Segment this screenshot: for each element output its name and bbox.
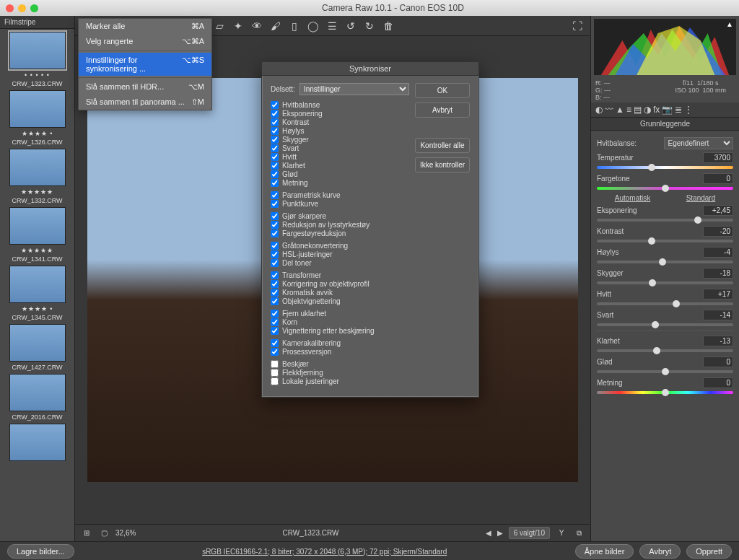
transform-icon[interactable]: ▱ [214, 20, 225, 32]
temp-slider[interactable] [597, 166, 733, 169]
sync-checkbox[interactable]: Hvitt [271, 153, 409, 161]
redeye-icon[interactable]: 👁 [251, 20, 263, 32]
slider-input[interactable] [703, 377, 733, 388]
sync-checkbox[interactable]: Gjør skarpere [271, 212, 409, 220]
tab-lens-icon[interactable]: ◑ [644, 105, 651, 115]
filter-icon[interactable]: Y [556, 529, 567, 537]
sync-checkbox[interactable]: Vignettering etter beskjæring [271, 327, 409, 335]
window-maximize[interactable] [30, 4, 38, 12]
filmstrip-thumbnail[interactable]: ★★★★★CRW_1341.CRW [3, 207, 71, 263]
open-images-button[interactable]: Åpne bilder [575, 544, 634, 559]
slider-kontrast[interactable] [597, 240, 733, 242]
workflow-link[interactable]: sRGB IEC61966-2.1; 8 biter; 3072 x 2048 … [202, 548, 447, 556]
filmstrip-thumbnail[interactable]: ★★★★★CRW_1332.CRW [3, 149, 71, 204]
zoom-level[interactable]: 32,6% [115, 529, 136, 537]
dialog-cancel-button[interactable]: Avbryt [415, 102, 470, 118]
sync-checkbox[interactable]: Kontrast [271, 118, 409, 126]
sync-checkbox[interactable]: Parametrisk kurve [271, 191, 409, 199]
sync-checkbox[interactable]: Korn [271, 318, 409, 326]
sync-checkbox[interactable]: Klarhet [271, 162, 409, 170]
clip-warning-icon[interactable]: ▲ [726, 20, 733, 28]
wb-select[interactable]: Egendefinert [664, 137, 734, 149]
filmstrip-thumbnail[interactable]: • • • • •CRW_1323.CRW [3, 32, 71, 87]
sync-checkbox[interactable]: Del toner [271, 259, 409, 267]
window-minimize[interactable] [18, 4, 26, 12]
sync-checkbox[interactable]: Svart [271, 144, 409, 152]
slider-eksponering[interactable] [597, 219, 733, 222]
rotate-cw-icon[interactable]: ↻ [364, 20, 375, 32]
slider-metning[interactable] [597, 391, 733, 394]
tint-slider[interactable] [597, 187, 733, 190]
tab-hsl-icon[interactable]: ≡ [626, 105, 631, 115]
slider-hvitt[interactable] [597, 302, 733, 305]
filmstrip-thumbnail[interactable]: CRW_1427.CRW [3, 324, 71, 371]
sync-checkbox[interactable]: Glød [271, 170, 409, 178]
tab-detail-icon[interactable]: ▲ [616, 105, 624, 115]
sync-checkbox[interactable]: Fargestøyreduksjon [271, 229, 409, 237]
nav-next-icon[interactable]: ▶ [497, 529, 503, 537]
sync-checkbox[interactable]: Hvitbalanse [271, 101, 409, 109]
check-all-button[interactable]: Kontroller alle [415, 138, 470, 153]
trash-icon[interactable]: 🗑 [382, 20, 394, 32]
spot-removal-icon[interactable]: ✦ [232, 20, 244, 32]
filmstrip-thumbnail[interactable]: ★★★★ •CRW_1345.CRW [3, 266, 71, 321]
sync-checkbox[interactable]: Gråtonekonvertering [271, 242, 409, 250]
menu-item[interactable]: Marker alle⌘A [79, 19, 211, 34]
standard-link[interactable]: Standard [686, 194, 716, 202]
uncheck-all-button[interactable]: Ikke kontroller [415, 157, 470, 172]
sync-checkbox[interactable]: Reduksjon av lysstyrkestøy [271, 221, 409, 229]
menu-item[interactable]: Slå sammen til panorama ...⇧M [79, 95, 211, 110]
slider-input[interactable] [703, 268, 733, 279]
slider-input[interactable] [703, 205, 733, 216]
slider-input[interactable] [703, 336, 733, 346]
sync-checkbox[interactable]: Kamerakalibrering [271, 339, 409, 347]
sync-checkbox[interactable]: Korrigering av objektivprofil [271, 280, 409, 288]
window-close[interactable] [6, 4, 14, 12]
sync-checkbox[interactable]: Prosessversjon [271, 348, 409, 356]
sync-checkbox[interactable]: Kromatisk avvik [271, 289, 409, 297]
sync-checkbox[interactable]: Fjern uklarhet [271, 310, 409, 318]
filmstrip-thumbnail[interactable] [3, 424, 71, 461]
tab-curve-icon[interactable]: 〰 [605, 105, 613, 115]
cancel-button[interactable]: Avbryt [639, 544, 681, 559]
menu-item[interactable]: Slå sammen til HDR...⌥M [79, 79, 211, 95]
adjustment-brush-icon[interactable]: 🖌 [270, 20, 281, 32]
menu-item[interactable]: Innstillinger for synkronisering ...⌥⌘S [79, 53, 211, 76]
menu-item[interactable]: Velg rangerte⌥⌘A [79, 34, 211, 49]
sync-checkbox[interactable]: Punktkurve [271, 200, 409, 208]
rotate-ccw-icon[interactable]: ↺ [345, 20, 357, 32]
view-grid-icon[interactable]: ⊞ [81, 529, 92, 537]
tab-split-icon[interactable]: ▤ [634, 105, 642, 115]
graduated-filter-icon[interactable]: ▯ [289, 20, 300, 32]
slider-input[interactable] [703, 356, 733, 367]
slider-input[interactable] [703, 247, 733, 258]
slider-input[interactable] [703, 289, 733, 299]
done-button[interactable]: Opprett [686, 544, 732, 559]
compare-icon[interactable]: ⧉ [573, 529, 585, 538]
sync-checkbox[interactable]: Beskjær [271, 360, 409, 368]
tab-snapshots-icon[interactable]: ⋮ [684, 105, 693, 115]
fullscreen-icon[interactable]: ⛶ [572, 20, 583, 32]
slider-svart[interactable] [597, 323, 733, 326]
sync-checkbox[interactable]: Lokale justeringer [271, 377, 409, 385]
save-images-button[interactable]: Lagre bilder... [7, 544, 74, 559]
subset-select[interactable]: Innstillinger [299, 83, 409, 95]
dialog-ok-button[interactable]: OK [415, 83, 470, 98]
tab-basic-icon[interactable]: ◐ [595, 105, 603, 115]
slider-input[interactable] [703, 226, 733, 237]
auto-link[interactable]: Automatisk [615, 194, 650, 202]
tint-input[interactable] [703, 173, 733, 184]
tab-presets-icon[interactable]: ≣ [675, 105, 682, 115]
sync-checkbox[interactable]: Høylys [271, 127, 409, 135]
sync-checkbox[interactable]: Objektvignettering [271, 297, 409, 305]
sync-checkbox[interactable]: Flekkfjerning [271, 369, 409, 377]
tab-calib-icon[interactable]: 📷 [662, 105, 673, 115]
slider-skygger[interactable] [597, 281, 733, 284]
filmstrip-thumbnail[interactable]: ★★★★ •CRW_1326.CRW [3, 90, 71, 146]
tab-fx-icon[interactable]: fx [653, 105, 660, 115]
sync-checkbox[interactable]: Metning [271, 179, 409, 187]
filmstrip-thumbnail[interactable]: CRW_2016.CRW [3, 374, 71, 421]
sync-checkbox[interactable]: HSL-justeringer [271, 250, 409, 258]
radial-filter-icon[interactable]: ◯ [307, 20, 319, 32]
presets-icon[interactable]: ☰ [326, 20, 338, 32]
